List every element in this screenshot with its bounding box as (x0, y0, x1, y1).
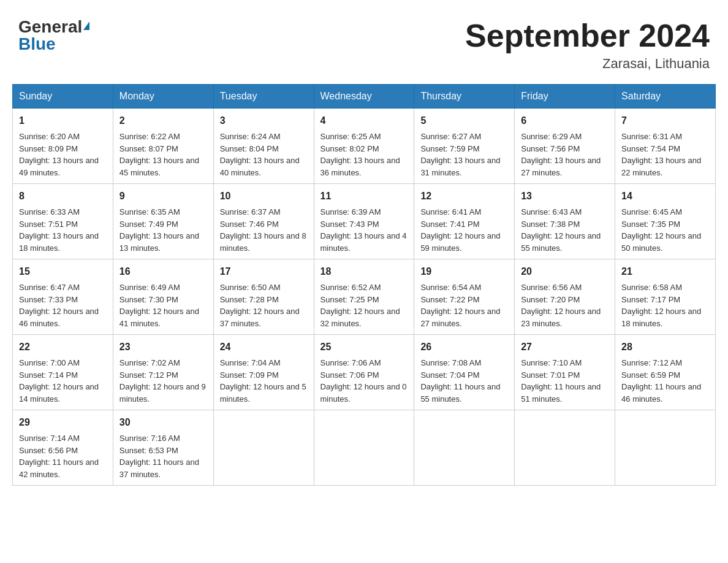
day-number: 26 (420, 340, 508, 354)
cell-content: Sunrise: 6:27 AMSunset: 7:59 PMDaylight:… (420, 131, 508, 178)
calendar-week-row: 29Sunrise: 7:14 AMSunset: 6:56 PMDayligh… (13, 410, 716, 486)
cell-content: Sunrise: 7:00 AMSunset: 7:14 PMDaylight:… (19, 357, 107, 405)
day-number: 3 (220, 113, 308, 128)
cell-content: Sunrise: 7:10 AMSunset: 7:01 PMDaylight:… (521, 357, 609, 405)
calendar-cell: 22Sunrise: 7:00 AMSunset: 7:14 PMDayligh… (13, 335, 113, 410)
title-section: September 2024 Zarasai, Lithuania (465, 18, 710, 72)
cell-content: Sunrise: 6:43 AMSunset: 7:38 PMDaylight:… (521, 206, 609, 254)
day-number: 8 (19, 189, 107, 204)
cell-content: Sunrise: 6:35 AMSunset: 7:49 PMDaylight:… (119, 206, 207, 254)
calendar-cell: 12Sunrise: 6:41 AMSunset: 7:41 PMDayligh… (414, 184, 515, 259)
calendar-cell: 10Sunrise: 6:37 AMSunset: 7:46 PMDayligh… (213, 184, 314, 259)
day-number: 13 (521, 189, 609, 204)
day-number: 27 (521, 340, 609, 354)
calendar-week-row: 8Sunrise: 6:33 AMSunset: 7:51 PMDaylight… (13, 184, 716, 259)
calendar-cell: 25Sunrise: 7:06 AMSunset: 7:06 PMDayligh… (314, 335, 414, 410)
day-number: 24 (220, 340, 308, 354)
calendar-cell: 30Sunrise: 7:16 AMSunset: 6:53 PMDayligh… (113, 410, 213, 486)
cell-content: Sunrise: 7:16 AMSunset: 6:53 PMDaylight:… (119, 432, 207, 480)
calendar-cell: 9Sunrise: 6:35 AMSunset: 7:49 PMDaylight… (113, 184, 213, 259)
calendar-cell: 26Sunrise: 7:08 AMSunset: 7:04 PMDayligh… (414, 335, 515, 410)
day-number: 17 (220, 264, 308, 279)
day-number: 10 (220, 189, 308, 204)
calendar-cell: 6Sunrise: 6:29 AMSunset: 7:56 PMDaylight… (515, 109, 615, 184)
calendar-table: SundayMondayTuesdayWednesdayThursdayFrid… (12, 84, 716, 486)
cell-content: Sunrise: 6:39 AMSunset: 7:43 PMDaylight:… (320, 206, 408, 254)
cell-content: Sunrise: 6:24 AMSunset: 8:04 PMDaylight:… (220, 131, 308, 178)
day-number: 15 (19, 264, 107, 279)
month-title: September 2024 (465, 18, 710, 53)
day-number: 14 (621, 189, 709, 204)
cell-content: Sunrise: 6:47 AMSunset: 7:33 PMDaylight:… (19, 282, 107, 329)
calendar-cell (515, 410, 615, 486)
cell-content: Sunrise: 7:04 AMSunset: 7:09 PMDaylight:… (220, 357, 308, 405)
calendar-cell: 1Sunrise: 6:20 AMSunset: 8:09 PMDaylight… (13, 109, 113, 184)
calendar-cell: 29Sunrise: 7:14 AMSunset: 6:56 PMDayligh… (13, 410, 113, 486)
cell-content: Sunrise: 6:31 AMSunset: 7:54 PMDaylight:… (621, 131, 709, 178)
weekday-header-wednesday: Wednesday (314, 85, 414, 109)
weekday-header-saturday: Saturday (615, 85, 716, 109)
logo: General Blue (18, 18, 89, 53)
calendar-cell: 2Sunrise: 6:22 AMSunset: 8:07 PMDaylight… (113, 109, 213, 184)
calendar-cell: 17Sunrise: 6:50 AMSunset: 7:28 PMDayligh… (213, 259, 314, 335)
cell-content: Sunrise: 7:06 AMSunset: 7:06 PMDaylight:… (320, 357, 408, 405)
calendar-cell: 18Sunrise: 6:52 AMSunset: 7:25 PMDayligh… (314, 259, 414, 335)
day-number: 30 (119, 415, 207, 430)
day-number: 22 (19, 340, 107, 354)
cell-content: Sunrise: 6:20 AMSunset: 8:09 PMDaylight:… (19, 131, 107, 178)
calendar-cell (213, 410, 314, 486)
day-number: 20 (521, 264, 609, 279)
day-number: 4 (320, 113, 408, 128)
cell-content: Sunrise: 7:08 AMSunset: 7:04 PMDaylight:… (420, 357, 508, 405)
calendar-cell: 3Sunrise: 6:24 AMSunset: 8:04 PMDaylight… (213, 109, 314, 184)
day-number: 2 (119, 113, 207, 128)
calendar-cell (414, 410, 515, 486)
cell-content: Sunrise: 6:29 AMSunset: 7:56 PMDaylight:… (521, 131, 609, 178)
cell-content: Sunrise: 6:50 AMSunset: 7:28 PMDaylight:… (220, 282, 308, 329)
cell-content: Sunrise: 6:58 AMSunset: 7:17 PMDaylight:… (621, 282, 709, 329)
cell-content: Sunrise: 6:52 AMSunset: 7:25 PMDaylight:… (320, 282, 408, 329)
weekday-header-sunday: Sunday (13, 85, 113, 109)
cell-content: Sunrise: 7:02 AMSunset: 7:12 PMDaylight:… (119, 357, 207, 405)
cell-content: Sunrise: 6:37 AMSunset: 7:46 PMDaylight:… (220, 206, 308, 254)
page-header: General Blue September 2024 Zarasai, Lit… (12, 12, 716, 72)
calendar-cell: 7Sunrise: 6:31 AMSunset: 7:54 PMDaylight… (615, 109, 716, 184)
calendar-cell: 23Sunrise: 7:02 AMSunset: 7:12 PMDayligh… (113, 335, 213, 410)
day-number: 29 (19, 415, 107, 430)
logo-general-text: General (18, 18, 82, 36)
calendar-cell: 5Sunrise: 6:27 AMSunset: 7:59 PMDaylight… (414, 109, 515, 184)
day-number: 23 (119, 340, 207, 354)
day-number: 16 (119, 264, 207, 279)
weekday-header-thursday: Thursday (414, 85, 515, 109)
cell-content: Sunrise: 7:14 AMSunset: 6:56 PMDaylight:… (19, 432, 107, 480)
cell-content: Sunrise: 6:41 AMSunset: 7:41 PMDaylight:… (420, 206, 508, 254)
weekday-header-row: SundayMondayTuesdayWednesdayThursdayFrid… (13, 85, 716, 109)
weekday-header-monday: Monday (113, 85, 213, 109)
day-number: 25 (320, 340, 408, 354)
cell-content: Sunrise: 6:33 AMSunset: 7:51 PMDaylight:… (19, 206, 107, 254)
calendar-cell: 27Sunrise: 7:10 AMSunset: 7:01 PMDayligh… (515, 335, 615, 410)
day-number: 5 (420, 113, 508, 128)
cell-content: Sunrise: 6:56 AMSunset: 7:20 PMDaylight:… (521, 282, 609, 329)
day-number: 7 (621, 113, 709, 128)
cell-content: Sunrise: 6:54 AMSunset: 7:22 PMDaylight:… (420, 282, 508, 329)
day-number: 19 (420, 264, 508, 279)
calendar-cell: 13Sunrise: 6:43 AMSunset: 7:38 PMDayligh… (515, 184, 615, 259)
weekday-header-tuesday: Tuesday (213, 85, 314, 109)
cell-content: Sunrise: 7:12 AMSunset: 6:59 PMDaylight:… (621, 357, 709, 405)
calendar-cell: 14Sunrise: 6:45 AMSunset: 7:35 PMDayligh… (615, 184, 716, 259)
calendar-cell (314, 410, 414, 486)
day-number: 11 (320, 189, 408, 204)
calendar-cell: 11Sunrise: 6:39 AMSunset: 7:43 PMDayligh… (314, 184, 414, 259)
logo-triangle-icon (83, 21, 89, 30)
cell-content: Sunrise: 6:45 AMSunset: 7:35 PMDaylight:… (621, 206, 709, 254)
calendar-cell: 24Sunrise: 7:04 AMSunset: 7:09 PMDayligh… (213, 335, 314, 410)
day-number: 21 (621, 264, 709, 279)
day-number: 12 (420, 189, 508, 204)
calendar-cell (615, 410, 716, 486)
calendar-cell: 15Sunrise: 6:47 AMSunset: 7:33 PMDayligh… (13, 259, 113, 335)
calendar-cell: 4Sunrise: 6:25 AMSunset: 8:02 PMDaylight… (314, 109, 414, 184)
day-number: 1 (19, 113, 107, 128)
day-number: 28 (621, 340, 709, 354)
calendar-week-row: 22Sunrise: 7:00 AMSunset: 7:14 PMDayligh… (13, 335, 716, 410)
